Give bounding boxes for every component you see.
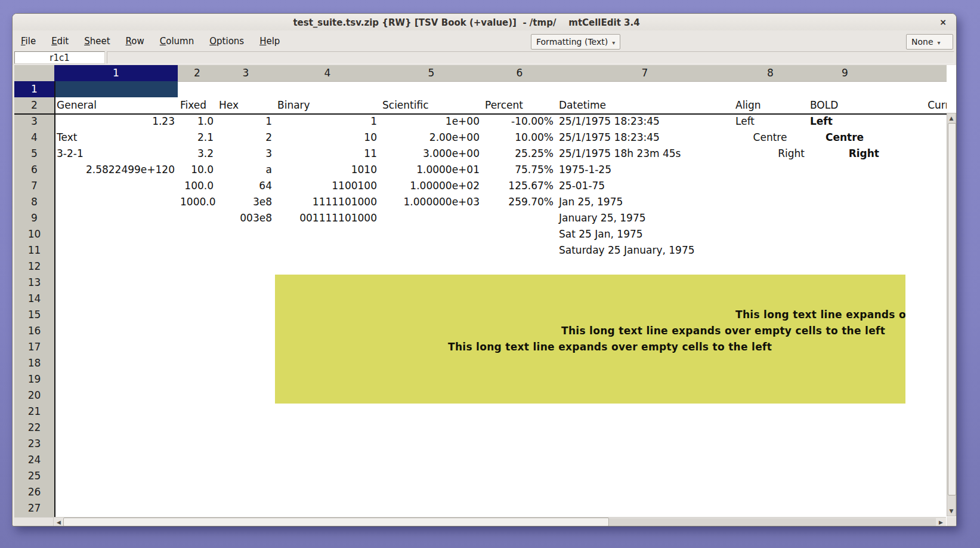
cell-r2c6[interactable]: Percent: [485, 97, 554, 113]
cell-r7c4[interactable]: 1100100: [277, 178, 377, 194]
cell-r4c9[interactable]: Centre: [810, 130, 879, 146]
scroll-left-icon[interactable]: ◀: [53, 518, 64, 527]
cell-r4c7[interactable]: 25/1/1975 18:23:45: [559, 130, 730, 146]
cell-r3c3[interactable]: 1: [219, 113, 272, 130]
cell-r9c4[interactable]: 001111101000: [277, 210, 377, 226]
row-header-18[interactable]: 18: [14, 355, 54, 371]
cell-r3c2[interactable]: 1.0: [180, 113, 214, 130]
row-header-27[interactable]: 27: [14, 500, 54, 516]
cell-r4c2[interactable]: 2.1: [180, 130, 214, 146]
cell-r2c9[interactable]: BOLD: [810, 97, 879, 113]
column-header-5[interactable]: 5: [380, 65, 483, 81]
row-header-17[interactable]: 17: [14, 339, 54, 355]
cell-r5c6[interactable]: 25.25%: [485, 146, 554, 162]
vertical-scrollbar-thumb[interactable]: [948, 123, 956, 495]
cell-r6c7[interactable]: 1975-1-25: [559, 162, 730, 178]
menu-help[interactable]: Help: [259, 36, 280, 47]
row-header-10[interactable]: 10: [14, 226, 54, 242]
column-header-7[interactable]: 7: [557, 65, 733, 81]
row-header-5[interactable]: 5: [14, 146, 54, 162]
cell-r5c8[interactable]: Right: [735, 146, 805, 162]
row-header-14[interactable]: 14: [14, 291, 54, 307]
horizontal-scrollbar-track[interactable]: [609, 518, 936, 527]
cell-r9c3[interactable]: 003e8: [219, 210, 272, 226]
cell-r2c4[interactable]: Binary: [277, 97, 377, 113]
menu-options[interactable]: Options: [209, 36, 244, 47]
row-header-23[interactable]: 23: [14, 436, 54, 452]
cell-r6c3[interactable]: a: [219, 162, 272, 178]
cell-r9c7[interactable]: January 25, 1975: [559, 210, 730, 226]
cell-r4c8[interactable]: Centre: [735, 130, 805, 146]
row-header-24[interactable]: 24: [14, 452, 54, 468]
row-header-21[interactable]: 21: [14, 404, 54, 420]
row-header-2[interactable]: 2: [14, 97, 54, 113]
row-header-16[interactable]: 16: [14, 323, 54, 339]
cell-r6c1[interactable]: 2.5822499e+120: [57, 162, 175, 178]
cell-r5c5[interactable]: 3.000e+00: [382, 146, 480, 162]
row-header-11[interactable]: 11: [14, 242, 54, 258]
cell-r6c2[interactable]: 10.0: [180, 162, 214, 178]
column-header-1[interactable]: 1: [54, 65, 178, 81]
grid-canvas[interactable]: This long text line expands over empty c…: [14, 65, 947, 517]
row-header-3[interactable]: 3: [14, 113, 54, 130]
selected-cell-r1c1[interactable]: [55, 81, 178, 97]
cell-r8c7[interactable]: Jan 25, 1975: [559, 194, 730, 210]
cell-r5c7[interactable]: 25/1/1975 18h 23m 45s: [559, 146, 730, 162]
row-header-19[interactable]: 19: [14, 371, 54, 387]
cell-r3c1[interactable]: 1.23: [57, 113, 175, 130]
menu-edit[interactable]: Edit: [51, 36, 69, 47]
column-header-4[interactable]: 4: [275, 65, 380, 81]
cell-r5c1[interactable]: 3-2-1: [57, 146, 175, 162]
row-header-20[interactable]: 20: [14, 387, 54, 404]
cell-r2c1[interactable]: General: [57, 97, 175, 113]
formatting-dropdown[interactable]: Formatting (Text)▾: [531, 34, 620, 50]
row-header-4[interactable]: 4: [14, 130, 54, 146]
horizontal-scrollbar[interactable]: ◀ ▶: [14, 517, 946, 527]
cell-r4c3[interactable]: 2: [219, 130, 272, 146]
row-header-7[interactable]: 7: [14, 178, 54, 194]
row-header-22[interactable]: 22: [14, 420, 54, 436]
menu-file[interactable]: File: [21, 36, 36, 47]
cell-r2c10[interactable]: Currency: [885, 97, 947, 113]
close-icon[interactable]: ×: [938, 17, 948, 28]
scroll-up-icon[interactable]: ▲: [947, 113, 956, 123]
cell-r7c7[interactable]: 25-01-75: [559, 178, 730, 194]
cell-r7c2[interactable]: 100.0: [180, 178, 214, 194]
cell-r7c5[interactable]: 1.00000e+02: [382, 178, 480, 194]
none-dropdown[interactable]: None▾: [906, 34, 953, 50]
menu-sheet[interactable]: Sheet: [84, 36, 110, 47]
cell-r2c5[interactable]: Scientific: [382, 97, 480, 113]
cell-r2c3[interactable]: Hex: [219, 97, 272, 113]
cell-r3c6[interactable]: -10.00%: [485, 113, 554, 130]
cell-r6c6[interactable]: 75.75%: [485, 162, 554, 178]
column-header-3[interactable]: 3: [217, 65, 275, 81]
cell-r2c8[interactable]: Align: [735, 97, 805, 113]
cell-r3c9[interactable]: Left: [810, 113, 879, 130]
cell-r2c2[interactable]: Fixed: [180, 97, 214, 113]
menu-row[interactable]: Row: [126, 36, 144, 47]
cell-r4c6[interactable]: 10.00%: [485, 130, 554, 146]
cell-r8c6[interactable]: 259.70%: [485, 194, 554, 210]
cell-r5c2[interactable]: 3.2: [180, 146, 214, 162]
menu-column[interactable]: Column: [160, 36, 194, 47]
column-header-2[interactable]: 2: [178, 65, 217, 81]
cell-r11c7[interactable]: Saturday 25 January, 1975: [559, 242, 730, 258]
cell-r3c4[interactable]: 1: [277, 113, 377, 130]
cell-r6c4[interactable]: 1010: [277, 162, 377, 178]
row-header-25[interactable]: 25: [14, 468, 54, 484]
scroll-down-icon[interactable]: ▼: [947, 506, 956, 516]
formula-display[interactable]: [107, 51, 954, 64]
cell-r8c3[interactable]: 3e8: [219, 194, 272, 210]
cell-r2c7[interactable]: Datetime: [559, 97, 730, 113]
cell-r8c2[interactable]: 1000.0: [180, 194, 214, 210]
row-header-15[interactable]: 15: [14, 307, 54, 323]
column-header-6[interactable]: 6: [483, 65, 557, 81]
cell-r4c1[interactable]: Text: [57, 130, 175, 146]
scroll-right-icon[interactable]: ▶: [936, 518, 946, 527]
row-header-8[interactable]: 8: [14, 194, 54, 210]
cell-reference-box[interactable]: r1c1: [14, 51, 105, 64]
cell-r7c6[interactable]: 125.67%: [485, 178, 554, 194]
row-header-13[interactable]: 13: [14, 275, 54, 291]
row-header-1[interactable]: 1: [14, 81, 54, 97]
cell-r8c4[interactable]: 1111101000: [277, 194, 377, 210]
